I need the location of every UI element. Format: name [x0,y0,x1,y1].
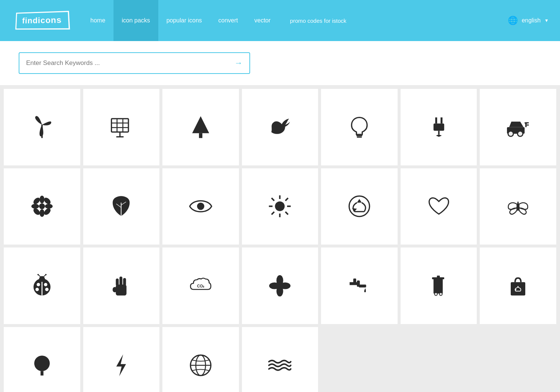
svg-point-52 [45,288,49,291]
svg-line-41 [272,198,274,201]
svg-point-57 [37,274,39,276]
svg-rect-12 [435,117,437,123]
svg-point-26 [31,204,39,209]
icon-empty-2 [401,327,477,392]
search-section: → [0,41,560,85]
icon-electric-car[interactable] [480,89,556,165]
svg-point-50 [44,283,47,286]
icon-waves[interactable] [242,327,318,392]
icon-lightning[interactable] [83,327,160,392]
icon-empty-1 [321,327,398,392]
svg-rect-61 [116,279,119,286]
svg-rect-59 [116,284,127,295]
svg-rect-77 [437,276,440,278]
svg-text:CO₂: CO₂ [197,284,205,288]
svg-point-25 [40,209,44,217]
icon-plug[interactable] [401,89,477,165]
icon-tree[interactable] [162,89,239,165]
icon-tree-round[interactable] [4,327,80,392]
icon-ladybug[interactable] [4,248,80,324]
icon-butterfly[interactable] [480,168,556,245]
svg-point-36 [275,202,285,211]
icon-co2-cloud[interactable]: CO₂ [162,248,239,324]
search-input[interactable] [26,59,234,67]
globe-icon: 🌐 [508,16,518,25]
icon-bird[interactable] [242,89,318,165]
svg-rect-60 [113,287,117,292]
svg-point-49 [37,283,40,286]
nav-icon-packs[interactable]: icon packs [113,0,158,41]
icon-leaf[interactable] [83,168,160,245]
logo-area[interactable]: findicons [0,0,82,41]
svg-line-42 [286,212,288,215]
svg-rect-73 [433,279,443,293]
language-label[interactable]: english [522,17,541,24]
nav-home[interactable]: home [82,0,113,41]
icon-empty-3 [480,327,556,392]
svg-rect-14 [433,124,444,131]
icon-recycle-bag[interactable] [480,248,556,324]
search-arrow-icon[interactable]: → [234,58,243,68]
icon-sun[interactable] [242,168,318,245]
svg-rect-1 [112,119,129,132]
svg-marker-82 [116,354,126,376]
svg-point-67 [269,282,280,289]
svg-line-55 [38,275,41,277]
svg-point-75 [434,293,437,296]
nav-convert[interactable]: convert [210,0,246,41]
svg-marker-8 [192,116,209,133]
navigation: findicons home icon packs popular icons … [0,0,560,41]
svg-point-51 [35,288,39,291]
logo-text: findicons [22,15,62,25]
svg-rect-63 [123,278,126,286]
nav-vector[interactable]: vector [246,0,279,41]
svg-rect-71 [359,284,366,287]
icon-hand[interactable] [83,248,160,324]
svg-point-23 [39,203,45,209]
search-box: → [19,52,250,74]
icon-lightbulb[interactable] [321,89,398,165]
svg-point-58 [45,274,47,276]
svg-rect-78 [511,282,525,296]
svg-rect-13 [441,117,442,123]
svg-point-76 [439,293,442,296]
svg-rect-72 [353,279,356,283]
icon-wind-turbine[interactable] [4,89,80,165]
chevron-down-icon: ▼ [544,18,549,23]
nav-popular-icons[interactable]: popular icons [158,0,210,41]
svg-point-80 [34,355,50,371]
svg-line-44 [272,212,274,215]
nav-items: home icon packs popular icons convert ve… [82,0,497,41]
icon-solar-panel[interactable] [83,89,160,165]
svg-point-68 [280,282,291,289]
svg-point-35 [197,203,205,210]
svg-line-43 [286,198,288,201]
nav-promo[interactable]: promo codes for istock [279,0,358,41]
svg-point-27 [45,204,53,209]
svg-point-18 [518,131,523,136]
icon-recycle[interactable] [321,168,398,245]
logo-box: findicons [15,11,70,29]
icon-heart[interactable] [401,168,477,245]
svg-rect-62 [119,277,122,286]
svg-rect-21 [527,124,529,125]
svg-point-17 [508,131,513,136]
icon-eye[interactable] [162,168,239,245]
svg-rect-9 [199,133,202,138]
svg-point-54 [39,276,45,282]
icon-globe[interactable] [162,327,239,392]
icon-grid: CO₂ [0,85,560,392]
svg-line-56 [43,275,46,277]
nav-language-area: 🌐 english ▼ [497,0,560,41]
svg-rect-22 [527,122,529,123]
icon-faucet[interactable] [321,248,398,324]
svg-point-24 [40,196,44,203]
svg-rect-81 [40,371,43,376]
icon-trash-bin[interactable] [401,248,477,324]
icon-flower[interactable] [4,168,80,245]
icon-four-leaf[interactable] [242,248,318,324]
